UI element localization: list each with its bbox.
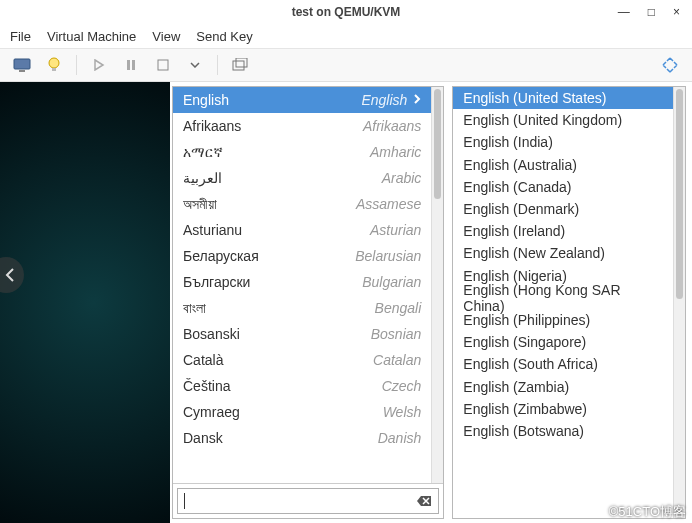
language-english: Assamese — [356, 196, 421, 212]
window-controls: — □ × — [618, 5, 692, 19]
menu-file[interactable]: File — [10, 29, 31, 44]
vm-display-area — [0, 82, 170, 523]
language-row[interactable]: ČeštinaCzech — [173, 373, 431, 399]
titlebar: test on QEMU/KVM — □ × — [0, 0, 692, 24]
language-native: Català — [183, 352, 373, 368]
language-english: English — [361, 92, 407, 108]
language-row[interactable]: DanskDanish — [173, 425, 431, 451]
language-english: Bengali — [375, 300, 422, 316]
language-english: Amharic — [370, 144, 421, 160]
maximize-button[interactable]: □ — [648, 5, 655, 19]
language-row[interactable]: العربيةArabic — [173, 165, 431, 191]
variant-row[interactable]: English (Zambia) — [453, 375, 673, 397]
language-row[interactable]: AfrikaansAfrikaans — [173, 113, 431, 139]
variant-list-panel: English (United States)English (United K… — [452, 86, 686, 519]
language-row[interactable]: БеларускаяBelarusian — [173, 243, 431, 269]
variant-row[interactable]: English (Denmark) — [453, 198, 673, 220]
language-english: Catalan — [373, 352, 421, 368]
language-row[interactable]: አማርኛAmharic — [173, 139, 431, 165]
svg-rect-0 — [14, 59, 30, 69]
variant-row[interactable]: English (Ireland) — [453, 220, 673, 242]
toolbar-separator — [217, 55, 218, 75]
language-list-panel: EnglishEnglishAfrikaansAfrikaansአማርኛAmha… — [172, 86, 444, 519]
language-native: Bosanski — [183, 326, 371, 342]
language-native: العربية — [183, 170, 382, 186]
search-bar — [173, 483, 443, 518]
language-row[interactable]: CymraegWelsh — [173, 399, 431, 425]
language-row[interactable]: বাংলাBengali — [173, 295, 431, 321]
window-title: test on QEMU/KVM — [292, 5, 401, 19]
variant-row[interactable]: English (Australia) — [453, 154, 673, 176]
language-native: Български — [183, 274, 362, 290]
language-native: English — [183, 92, 361, 108]
language-english: Belarusian — [355, 248, 421, 264]
variant-row[interactable]: English (New Zealand) — [453, 242, 673, 264]
clear-icon[interactable] — [416, 494, 432, 508]
language-native: Dansk — [183, 430, 378, 446]
variant-row[interactable]: English (Zimbabwe) — [453, 398, 673, 420]
language-scrollbar[interactable] — [431, 87, 443, 483]
language-row[interactable]: EnglishEnglish — [173, 87, 431, 113]
variant-list[interactable]: English (United States)English (United K… — [453, 87, 673, 518]
variant-row[interactable]: English (Botswana) — [453, 420, 673, 442]
language-row[interactable]: БългарскиBulgarian — [173, 269, 431, 295]
menu-view[interactable]: View — [152, 29, 180, 44]
menu-send-key[interactable]: Send Key — [196, 29, 252, 44]
svg-rect-6 — [158, 60, 168, 70]
svg-rect-5 — [132, 60, 135, 70]
back-button[interactable] — [0, 257, 24, 293]
language-english: Czech — [382, 378, 422, 394]
language-english: Danish — [378, 430, 422, 446]
power-button[interactable] — [151, 53, 175, 77]
svg-rect-4 — [127, 60, 130, 70]
svg-rect-3 — [52, 68, 56, 71]
svg-rect-8 — [236, 58, 247, 67]
language-native: বাংলা — [183, 300, 375, 317]
menu-virtual-machine[interactable]: Virtual Machine — [47, 29, 136, 44]
variant-row[interactable]: English (India) — [453, 131, 673, 153]
variant-row[interactable]: English (United Kingdom) — [453, 109, 673, 131]
language-english: Welsh — [383, 404, 422, 420]
variant-row[interactable]: English (Hong Kong SAR China) — [453, 287, 673, 309]
lightbulb-icon[interactable] — [42, 53, 66, 77]
language-row[interactable]: AsturianuAsturian — [173, 217, 431, 243]
variant-row[interactable]: English (Canada) — [453, 176, 673, 198]
toolbar — [0, 48, 692, 82]
language-native: Cymraeg — [183, 404, 383, 420]
menubar: File Virtual Machine View Send Key — [0, 24, 692, 48]
language-row[interactable]: CatalàCatalan — [173, 347, 431, 373]
language-native: Afrikaans — [183, 118, 363, 134]
snapshot-button[interactable] — [228, 53, 252, 77]
minimize-button[interactable]: — — [618, 5, 630, 19]
language-english: Arabic — [382, 170, 422, 186]
svg-point-2 — [49, 58, 59, 68]
fullscreen-button[interactable] — [658, 53, 682, 77]
close-button[interactable]: × — [673, 5, 680, 19]
console-button[interactable] — [10, 53, 34, 77]
language-row[interactable]: অসমীয়াAssamese — [173, 191, 431, 217]
variant-row[interactable]: English (South Africa) — [453, 353, 673, 375]
language-picker: EnglishEnglishAfrikaansAfrikaansአማርኛAmha… — [170, 82, 692, 523]
play-button[interactable] — [87, 53, 111, 77]
variant-row[interactable]: English (United States) — [453, 87, 673, 109]
svg-rect-1 — [19, 70, 25, 72]
language-english: Afrikaans — [363, 118, 421, 134]
svg-rect-7 — [233, 61, 244, 70]
language-english: Asturian — [370, 222, 421, 238]
language-native: አማርኛ — [183, 144, 370, 161]
variant-row[interactable]: English (Singapore) — [453, 331, 673, 353]
search-input[interactable] — [177, 488, 439, 514]
language-native: Беларуская — [183, 248, 355, 264]
watermark: ©51CTO博客 — [609, 503, 686, 521]
variant-scrollbar[interactable] — [673, 87, 685, 518]
language-native: অসমীয়া — [183, 196, 356, 213]
language-list[interactable]: EnglishEnglishAfrikaansAfrikaansአማርኛAmha… — [173, 87, 431, 483]
toolbar-separator — [76, 55, 77, 75]
language-native: Asturianu — [183, 222, 370, 238]
dropdown-arrow-icon[interactable] — [183, 53, 207, 77]
language-native: Čeština — [183, 378, 382, 394]
pause-button[interactable] — [119, 53, 143, 77]
language-english: Bulgarian — [362, 274, 421, 290]
language-english: Bosnian — [371, 326, 422, 342]
language-row[interactable]: BosanskiBosnian — [173, 321, 431, 347]
